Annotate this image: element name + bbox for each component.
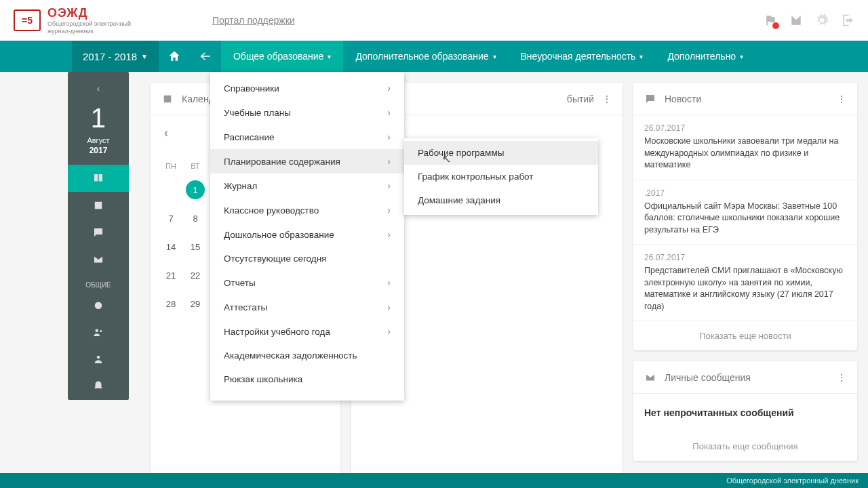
messages-more-icon[interactable]: ⋮ <box>837 372 846 383</box>
news-title: Новости <box>665 94 701 104</box>
year-selector[interactable]: 2017 - 2018▼ <box>72 41 159 72</box>
workspace: Календарь ‹ А ПН ВТ СР ЧТ ПТ СБ ВС 1 78 <box>0 72 868 488</box>
logo-icon: =5 <box>14 9 41 31</box>
nav-additional[interactable]: Дополнительно▾ <box>655 41 755 72</box>
back-button[interactable] <box>190 41 221 72</box>
dropdown-item[interactable]: Рюкзак школьника <box>210 367 404 391</box>
home-button[interactable] <box>159 41 190 72</box>
nav-additional-education[interactable]: Дополнительное образование▾ <box>343 41 508 72</box>
dropdown-item[interactable]: Аттестаты› <box>210 295 404 319</box>
footer-bar: Общегородской электронный дневник <box>0 473 868 488</box>
news-icon <box>644 93 656 105</box>
submenu-item[interactable]: Домашние задания <box>404 188 598 212</box>
logo-subtitle-1: Общегородской электронный <box>47 20 131 28</box>
logout-icon[interactable] <box>841 14 854 27</box>
messages-title: Личные сообщения <box>665 372 751 383</box>
logo-title: ОЭЖД <box>47 6 131 20</box>
dropdown-item[interactable]: Классное руководство› <box>210 198 404 222</box>
top-bar: =5 ОЭЖД Общегородской электронный журнал… <box>0 0 868 41</box>
dropdown-item[interactable]: Расписание› <box>210 125 404 149</box>
rail-tab-group[interactable] <box>68 319 129 346</box>
rail-tab-bell[interactable] <box>68 373 129 400</box>
dropdown-item[interactable]: Академическая задолженность <box>210 344 404 367</box>
svg-point-1 <box>96 329 99 333</box>
logo[interactable]: =5 ОЭЖД Общегородской электронный журнал… <box>14 6 131 35</box>
events-more-icon[interactable]: ⋮ <box>602 94 612 104</box>
logo-subtitle-2: журнал-дневник <box>47 28 131 35</box>
side-rail: ‹ 1 Август 2017 ОБЩИЕ <box>68 72 129 400</box>
rail-tab-calendar[interactable] <box>68 192 129 219</box>
mail-icon[interactable] <box>789 14 803 27</box>
flag-icon[interactable] <box>764 14 777 27</box>
nav-extracurricular[interactable]: Внеурочная деятельность▾ <box>509 41 656 72</box>
svg-point-2 <box>100 330 102 332</box>
dropdown-item[interactable]: Настройки учебного года› <box>210 319 404 344</box>
submenu-item[interactable]: Рабочие программы <box>404 141 598 165</box>
dropdown-item[interactable]: Отсутствующие сегодня <box>210 247 404 270</box>
cal-day-today[interactable]: 1 <box>186 180 205 199</box>
dropdown-item[interactable]: Отчеты› <box>210 270 404 295</box>
dropdown-item[interactable]: Дошкольное образование› <box>210 222 404 247</box>
messages-empty: Нет непрочитанных сообщений <box>633 394 857 432</box>
messages-card: Личные сообщения ⋮ Нет непрочитанных соо… <box>633 361 857 461</box>
rail-tab-book[interactable] <box>68 165 129 192</box>
main-nav: 2017 - 2018▼ Общее образование▾ Дополнит… <box>0 41 868 72</box>
events-title-suffix: бытий <box>567 94 594 104</box>
nav-general-education[interactable]: Общее образование▾ <box>221 41 343 72</box>
dropdown-item[interactable]: Учебные планы› <box>210 100 404 125</box>
svg-point-3 <box>97 356 100 359</box>
news-item[interactable]: .2017 Официальный сайт Мэра Москвы: Заве… <box>633 180 857 245</box>
cal-prev[interactable]: ‹ <box>161 123 171 143</box>
dropdown-item[interactable]: Справочники› <box>210 76 404 100</box>
dropdown-item[interactable]: Планирование содержания› <box>210 149 404 174</box>
dropdown-item[interactable]: Журнал› <box>210 174 404 198</box>
rail-section-label: ОБЩИЕ <box>85 273 111 291</box>
current-date: 1 Август 2017 <box>87 96 109 165</box>
submenu-item[interactable]: График контрольных работ <box>404 165 598 188</box>
news-card: Новости ⋮ 26.07.2017 Московские школьник… <box>633 83 857 350</box>
news-show-more[interactable]: Показать еще новости <box>633 321 857 350</box>
support-portal-link[interactable]: Портал поддержки <box>212 15 295 26</box>
rail-tab-people[interactable] <box>68 346 129 373</box>
rail-tab-mail[interactable] <box>68 246 129 273</box>
rail-collapse-icon[interactable]: ‹ <box>68 80 129 96</box>
news-more-icon[interactable]: ⋮ <box>837 94 846 104</box>
news-item[interactable]: 26.07.2017 Московские школьники завоевал… <box>633 115 857 180</box>
settings-icon[interactable] <box>815 14 829 27</box>
envelope-icon <box>644 371 656 384</box>
dropdown-general-education: Справочники›Учебные планы›Расписание›Пла… <box>210 72 404 401</box>
submenu-planning: Рабочие программыГрафик контрольных рабо… <box>404 138 598 215</box>
alert-badge <box>772 22 779 29</box>
calendar-icon <box>161 93 174 105</box>
messages-show-more[interactable]: Показать еще сообщения <box>633 432 857 461</box>
rail-tab-alarm[interactable] <box>68 291 129 319</box>
rail-tab-chat[interactable] <box>68 219 129 246</box>
cursor-icon: ↖ <box>442 152 451 165</box>
news-item[interactable]: 26.07.2017 Представителей СМИ приглашают… <box>633 245 857 321</box>
